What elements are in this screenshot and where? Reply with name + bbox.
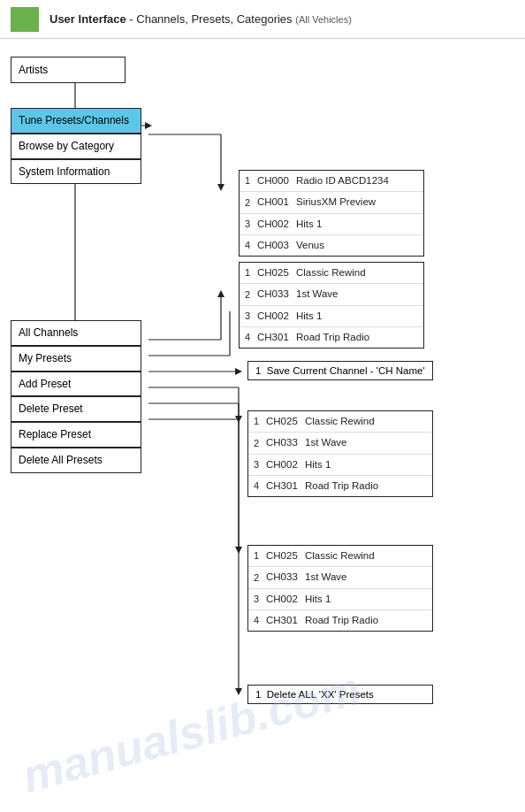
menu-item-tune-label: Tune Presets/Channels xyxy=(19,114,129,126)
page-header: User Interface - Channels, Presets, Cate… xyxy=(0,0,525,39)
submenu-my-presets[interactable]: My Presets xyxy=(11,346,141,372)
channel-item: 4 CH301 Road Trip Radio xyxy=(240,327,423,348)
svg-marker-2 xyxy=(145,122,152,129)
channel-item: 1 CH000 Radio ID ABCD1234 xyxy=(240,171,423,192)
channel-box-4: 1 CH025 Classic Rewind 2 CH033 1st Wave … xyxy=(247,410,433,497)
submenu-group: All Channels My Presets Add Preset Delet… xyxy=(11,320,141,473)
channel-item: 1 CH025 Classic Rewind xyxy=(248,411,432,433)
channel-box-5: 1 CH025 Classic Rewind 2 CH033 1st Wave … xyxy=(247,545,433,632)
svg-marker-5 xyxy=(217,184,224,191)
channel-item: 1 CH025 Classic Rewind xyxy=(240,263,423,284)
channel-box-2: 1 CH025 Classic Rewind 2 CH033 1st Wave … xyxy=(239,262,424,349)
svg-marker-23 xyxy=(235,688,242,695)
submenu-my-presets-label: My Presets xyxy=(19,352,72,364)
save-channel-box: 1 Save Current Channel - 'CH Name' xyxy=(247,361,433,380)
channel-item: 3 CH002 Hits 1 xyxy=(240,306,423,327)
submenu-add-preset-label: Add Preset xyxy=(19,378,71,390)
header-title-bold: User Interface xyxy=(49,12,126,26)
menu-item-browse-label: Browse by Category xyxy=(19,140,114,152)
channel-item: 2 CH033 1st Wave xyxy=(248,567,432,588)
submenu-replace-preset-label: Replace Preset xyxy=(19,428,91,440)
delete-all-presets-box: 1 Delete ALL 'XX' Presets xyxy=(247,685,433,704)
channel-item: 3 CH002 Hits 1 xyxy=(248,589,432,610)
submenu-all-channels[interactable]: All Channels xyxy=(11,320,141,346)
svg-marker-17 xyxy=(235,416,242,423)
channel-item: 3 CH002 Hits 1 xyxy=(248,455,432,476)
channel-item: 4 CH301 Road Trip Radio xyxy=(248,476,432,496)
menu-item-browse-category[interactable]: Browse by Category xyxy=(11,134,141,159)
menu-item-system-label: System Information xyxy=(19,165,110,178)
channel-item: 4 CH003 Venus xyxy=(240,235,423,256)
submenu-delete-all-presets-label: Delete All Presets xyxy=(19,454,103,466)
header-green-icon xyxy=(11,7,39,32)
header-title: User Interface - Channels, Presets, Cate… xyxy=(49,12,352,26)
submenu-add-preset[interactable]: Add Preset xyxy=(11,372,141,397)
svg-marker-14 xyxy=(235,368,242,375)
channel-item: 2 CH033 1st Wave xyxy=(240,284,423,305)
submenu-delete-all-presets[interactable]: Delete All Presets xyxy=(11,448,141,473)
main-menu-group: Tune Presets/Channels Browse by Category… xyxy=(11,108,141,184)
artists-box: Artists xyxy=(11,57,126,83)
submenu-replace-preset[interactable]: Replace Preset xyxy=(11,422,141,448)
submenu-all-channels-label: All Channels xyxy=(19,326,78,339)
submenu-delete-preset-label: Delete Preset xyxy=(19,402,83,415)
svg-marker-20 xyxy=(235,547,242,554)
artists-label: Artists xyxy=(19,64,48,76)
channel-item: 3 CH002 Hits 1 xyxy=(240,214,423,235)
header-title-rest: - Channels, Presets, Categories xyxy=(126,12,293,26)
svg-marker-10 xyxy=(217,290,224,297)
watermark: manualslib.com xyxy=(17,662,366,803)
channel-item: 2 CH001 SiriusXM Preview xyxy=(240,192,423,213)
channel-item: 2 CH033 1st Wave xyxy=(248,433,432,454)
channel-item: 1 CH025 Classic Rewind xyxy=(248,546,432,567)
header-subtitle: (All Vehicles) xyxy=(295,14,352,25)
channel-item: 4 CH301 Road Trip Radio xyxy=(248,610,432,631)
submenu-delete-preset[interactable]: Delete Preset xyxy=(11,396,141,422)
menu-item-tune-presets[interactable]: Tune Presets/Channels xyxy=(11,108,141,134)
menu-item-system-info[interactable]: System Information xyxy=(11,159,141,185)
channel-box-1: 1 CH000 Radio ID ABCD1234 2 CH001 Sirius… xyxy=(239,170,424,257)
